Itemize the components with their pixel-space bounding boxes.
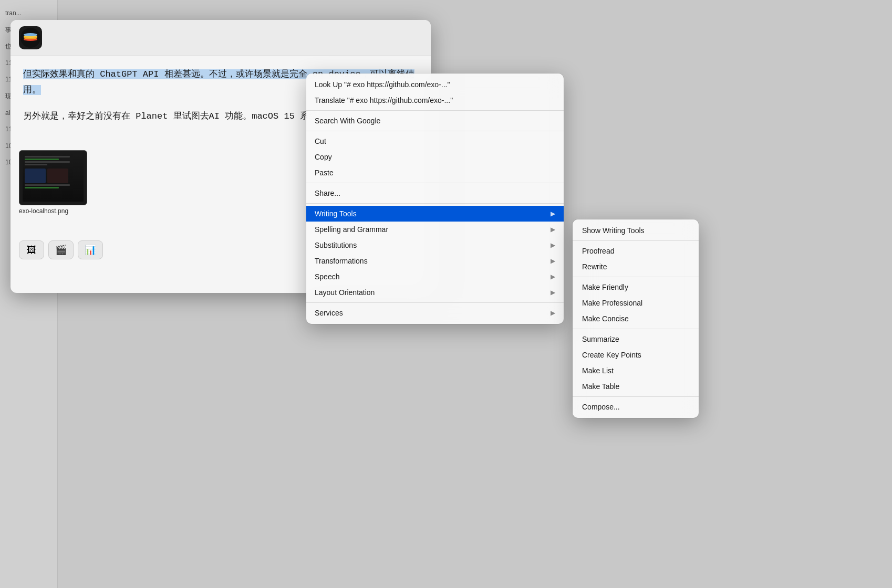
window-toolbar bbox=[11, 20, 431, 56]
submenu-arrow: ▶ bbox=[551, 309, 555, 317]
menu-item-search-google[interactable]: Search With Google bbox=[306, 113, 564, 129]
media-toolbar: 🖼 🎬 📊 bbox=[19, 240, 103, 259]
menu-item-make-professional[interactable]: Make Professional bbox=[573, 295, 699, 311]
wt-separator-3 bbox=[573, 329, 699, 329]
wt-separator-4 bbox=[573, 396, 699, 397]
menu-item-copy[interactable]: Copy bbox=[306, 149, 564, 165]
audio-button[interactable]: 📊 bbox=[78, 240, 103, 259]
separator-4 bbox=[306, 203, 564, 204]
context-menu: Look Up "# exo https://github.com/exo-..… bbox=[306, 74, 564, 324]
menu-item-compose[interactable]: Compose... bbox=[573, 399, 699, 415]
menu-item-make-concise[interactable]: Make Concise bbox=[573, 311, 699, 327]
menu-item-show-writing-tools[interactable]: Show Writing Tools bbox=[573, 223, 699, 238]
menu-item-cut[interactable]: Cut bbox=[306, 133, 564, 149]
menu-item-translate[interactable]: Translate "# exo https://github.com/exo-… bbox=[306, 92, 564, 108]
thumbnail-image bbox=[19, 150, 87, 205]
menu-item-rewrite[interactable]: Rewrite bbox=[573, 259, 699, 275]
submenu-arrow: ▶ bbox=[551, 289, 555, 296]
menu-item-layout[interactable]: Layout Orientation ▶ bbox=[306, 285, 564, 300]
thumbnail-container: exo-localhost.png bbox=[19, 150, 87, 215]
video-button[interactable]: 🎬 bbox=[48, 240, 74, 259]
sidebar-item[interactable]: tran... bbox=[0, 5, 57, 22]
separator-3 bbox=[306, 183, 564, 183]
submenu-arrow: ▶ bbox=[551, 257, 555, 265]
separator-5 bbox=[306, 302, 564, 303]
menu-item-create-key-points[interactable]: Create Key Points bbox=[573, 347, 699, 363]
menu-item-services[interactable]: Services ▶ bbox=[306, 305, 564, 321]
submenu-arrow: ▶ bbox=[551, 242, 555, 249]
menu-item-summarize[interactable]: Summarize bbox=[573, 331, 699, 347]
thumbnail-screen bbox=[23, 154, 84, 202]
app-icon bbox=[19, 26, 42, 49]
thumbnail-label: exo-localhost.png bbox=[19, 207, 87, 215]
menu-item-paste[interactable]: Paste bbox=[306, 165, 564, 181]
separator-1 bbox=[306, 110, 564, 111]
menu-item-writing-tools[interactable]: Writing Tools ▶ bbox=[306, 206, 564, 222]
wt-separator-2 bbox=[573, 277, 699, 277]
wt-separator-1 bbox=[573, 240, 699, 241]
menu-item-share[interactable]: Share... bbox=[306, 185, 564, 201]
menu-item-make-table[interactable]: Make Table bbox=[573, 379, 699, 394]
thumbnail-content bbox=[23, 154, 84, 202]
separator-2 bbox=[306, 131, 564, 131]
submenu-arrow: ▶ bbox=[551, 226, 555, 233]
menu-item-substitutions[interactable]: Substitutions ▶ bbox=[306, 237, 564, 253]
menu-item-make-list[interactable]: Make List bbox=[573, 363, 699, 379]
menu-item-make-friendly[interactable]: Make Friendly bbox=[573, 279, 699, 295]
submenu-arrow: ▶ bbox=[551, 273, 555, 280]
svg-point-4 bbox=[24, 33, 37, 36]
menu-item-lookup[interactable]: Look Up "# exo https://github.com/exo-..… bbox=[306, 77, 564, 92]
menu-item-speech[interactable]: Speech ▶ bbox=[306, 269, 564, 285]
photo-button[interactable]: 🖼 bbox=[19, 240, 44, 259]
menu-item-spelling[interactable]: Spelling and Grammar ▶ bbox=[306, 222, 564, 237]
writing-tools-submenu: Show Writing Tools Proofread Rewrite Mak… bbox=[573, 219, 699, 418]
menu-item-proofread[interactable]: Proofread bbox=[573, 243, 699, 259]
submenu-arrow: ▶ bbox=[551, 210, 555, 217]
menu-item-transformations[interactable]: Transformations ▶ bbox=[306, 253, 564, 269]
